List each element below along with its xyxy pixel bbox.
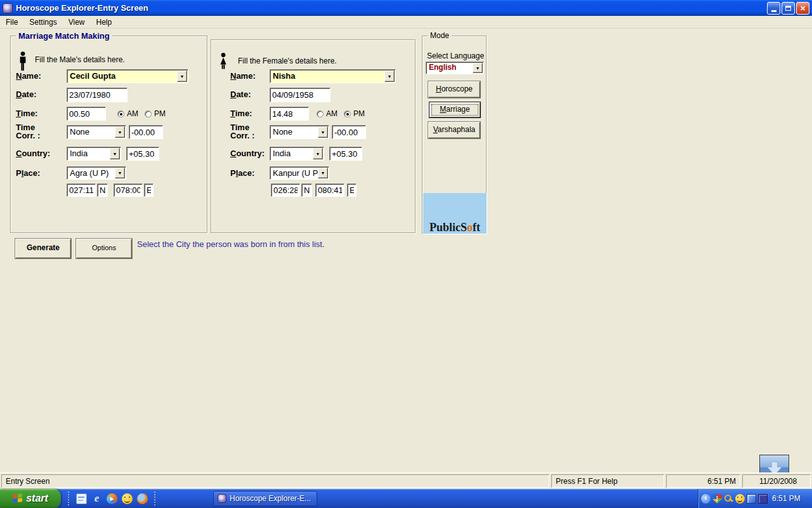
dropdown-arrow-icon[interactable]: ▼ bbox=[313, 148, 323, 159]
female-country-combo[interactable]: India ▼ bbox=[270, 147, 324, 161]
show-desktop-icon[interactable] bbox=[76, 493, 87, 504]
dropdown-arrow-icon[interactable]: ▼ bbox=[384, 70, 395, 82]
window-switcher-icon[interactable] bbox=[747, 494, 756, 504]
female-name-row: Name: Nisha ▼ bbox=[211, 69, 412, 84]
title-bar[interactable]: Horoscope Explorer-Entry Screen ✕ bbox=[0, 0, 812, 16]
female-longitude-input[interactable] bbox=[315, 184, 344, 197]
passwords-key-icon[interactable] bbox=[724, 494, 733, 504]
dropdown-arrow-icon[interactable]: ▼ bbox=[473, 63, 483, 73]
female-country-offset-input[interactable] bbox=[329, 147, 362, 161]
ganesha-app-icon bbox=[218, 494, 226, 503]
female-latitude-dir-input[interactable] bbox=[301, 184, 312, 197]
options-button[interactable]: Options bbox=[76, 239, 132, 258]
male-instruction: Fill the Male's details here. bbox=[35, 55, 125, 64]
close-button[interactable]: ✕ bbox=[796, 2, 809, 15]
horoscope-explorer-window: Horoscope Explorer-Entry Screen ✕ File S… bbox=[0, 0, 812, 508]
menu-view[interactable]: View bbox=[63, 17, 91, 28]
female-time-row: Time: AM PM bbox=[211, 107, 412, 122]
female-name-combo[interactable]: Nisha ▼ bbox=[270, 69, 396, 83]
time-corr-label: Time Corr. : bbox=[230, 123, 261, 140]
female-am-radio[interactable] bbox=[317, 110, 324, 117]
female-name-value: Nisha bbox=[273, 71, 295, 81]
dropdown-arrow-icon[interactable]: ▼ bbox=[110, 148, 120, 159]
male-latitude-input[interactable] bbox=[67, 184, 96, 197]
male-country-value: India bbox=[70, 149, 88, 158]
female-latitude-input[interactable] bbox=[271, 184, 300, 197]
app-tray-icon[interactable] bbox=[758, 494, 768, 504]
system-tray: ‹ ! 6:51 PM bbox=[698, 489, 812, 508]
male-longitude-dir-input[interactable] bbox=[144, 184, 154, 197]
varshaphala-button[interactable]: Varshaphala bbox=[428, 122, 480, 138]
male-time-input[interactable] bbox=[67, 107, 106, 121]
yahoo-messenger-icon[interactable] bbox=[122, 493, 133, 504]
female-time-corr-value: None bbox=[273, 127, 292, 137]
taskbar-separator bbox=[68, 491, 70, 505]
marriage-button[interactable]: Marriage bbox=[429, 102, 480, 117]
female-date-input[interactable] bbox=[270, 88, 331, 102]
male-name-combo[interactable]: Cecil Gupta ▼ bbox=[67, 69, 188, 83]
male-time-corr-row: Time Corr. : None ▼ bbox=[11, 125, 204, 140]
select-language-label: Select Language bbox=[427, 51, 484, 60]
status-time: 6:51 PM bbox=[666, 474, 740, 488]
male-time-corr-combo[interactable]: None ▼ bbox=[67, 125, 126, 139]
male-latitude-dir-input[interactable] bbox=[97, 184, 108, 197]
generate-button[interactable]: Generate bbox=[15, 239, 71, 258]
male-country-combo[interactable]: India ▼ bbox=[67, 147, 121, 161]
male-longitude-input[interactable] bbox=[114, 184, 143, 197]
city-hint-text: Select the City the person was born in f… bbox=[137, 239, 325, 249]
pm-label: PM bbox=[353, 109, 365, 118]
female-time-corr-offset-input[interactable] bbox=[332, 125, 366, 139]
dropdown-arrow-icon[interactable]: ▼ bbox=[318, 168, 328, 178]
security-shield-icon[interactable]: ! bbox=[712, 494, 722, 504]
female-coordinates-row bbox=[211, 184, 412, 199]
male-time-row: Time: AM PM bbox=[11, 107, 204, 122]
restore-button[interactable] bbox=[782, 2, 795, 15]
dropdown-arrow-icon[interactable]: ▼ bbox=[177, 70, 187, 82]
female-time-corr-combo[interactable]: None ▼ bbox=[270, 125, 329, 139]
groupbox-title: Marriage Match Making bbox=[16, 31, 112, 41]
country-label: Country: bbox=[16, 149, 50, 158]
male-am-radio[interactable] bbox=[117, 110, 124, 117]
male-country-offset-input[interactable] bbox=[126, 147, 159, 161]
quick-launch: e bbox=[66, 489, 158, 508]
male-name-value: Cecil Gupta bbox=[70, 71, 115, 81]
close-icon: ✕ bbox=[800, 4, 806, 13]
status-date: 11/20/2008 bbox=[742, 474, 811, 488]
female-place-combo[interactable]: Kanpur (U P) ▼ bbox=[270, 166, 329, 180]
dropdown-arrow-icon[interactable]: ▼ bbox=[115, 168, 125, 178]
menu-settings[interactable]: Settings bbox=[23, 17, 62, 28]
windows-media-player-icon[interactable] bbox=[107, 493, 117, 504]
menu-file[interactable]: File bbox=[0, 17, 23, 28]
male-name-row: Name: Cecil Gupta ▼ bbox=[11, 69, 204, 84]
logo-text-right: ft bbox=[473, 221, 480, 234]
windows-flag-icon bbox=[13, 493, 23, 504]
start-button[interactable]: start bbox=[0, 489, 61, 508]
arrow-stem bbox=[771, 462, 778, 467]
male-pm-radio[interactable] bbox=[145, 110, 152, 117]
language-combo[interactable]: English ▼ bbox=[426, 62, 484, 74]
ganesha-app-icon bbox=[3, 3, 13, 13]
female-time-input[interactable] bbox=[270, 107, 309, 121]
internet-explorer-icon[interactable]: e bbox=[91, 493, 102, 504]
status-help: Press F1 For Help bbox=[551, 474, 664, 488]
menu-help[interactable]: Help bbox=[91, 17, 118, 28]
male-place-row: Place: Agra (U P) ▼ bbox=[11, 166, 204, 182]
male-place-combo[interactable]: Agra (U P) ▼ bbox=[67, 166, 126, 180]
firefox-icon[interactable] bbox=[137, 493, 148, 504]
mode-title: Mode bbox=[428, 31, 452, 40]
messenger-smiley-icon[interactable] bbox=[735, 494, 745, 504]
hide-icons-chevron[interactable]: ‹ bbox=[701, 494, 710, 504]
name-label: Name: bbox=[230, 71, 256, 81]
male-date-input[interactable] bbox=[67, 88, 128, 102]
taskbar-button-horoscope-explorer[interactable]: Horoscope Explorer-E... bbox=[213, 491, 317, 506]
dropdown-arrow-icon[interactable]: ▼ bbox=[115, 126, 125, 138]
marriage-match-making-groupbox: Marriage Match Making Fill the Male's de… bbox=[10, 36, 207, 233]
minimize-button[interactable] bbox=[767, 2, 780, 15]
taskbar-separator bbox=[154, 491, 156, 505]
dropdown-arrow-icon[interactable]: ▼ bbox=[318, 126, 328, 138]
female-place-value: Kanpur (U P) bbox=[273, 168, 321, 178]
horoscope-button[interactable]: Horoscope bbox=[428, 81, 480, 98]
female-longitude-dir-input[interactable] bbox=[347, 184, 357, 197]
female-pm-radio[interactable] bbox=[344, 110, 351, 117]
male-time-corr-offset-input[interactable] bbox=[129, 125, 163, 139]
